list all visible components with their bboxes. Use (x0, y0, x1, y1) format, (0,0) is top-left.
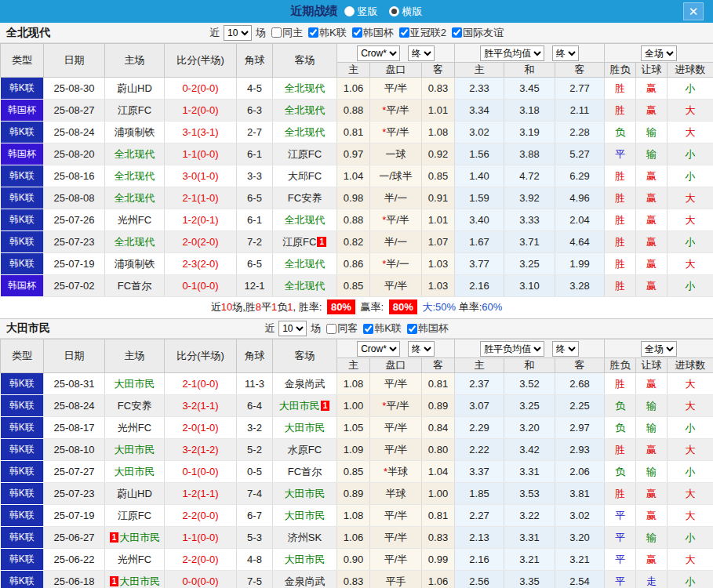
league-badge: 韩国杯 (1, 143, 44, 165)
summary-segment: 近 (211, 301, 221, 313)
league-badge: 韩K联 (1, 439, 44, 461)
summary-segment: 大: (420, 301, 435, 313)
early-odds-star: * (382, 400, 386, 412)
score: 2-1(1-0) (165, 187, 237, 209)
handicap: 平/半 (370, 275, 422, 297)
home-team: 浦项制铁 (105, 253, 165, 275)
odds-home: 0.98 (337, 187, 370, 209)
avg-away: 5.27 (555, 143, 605, 165)
same-venue-checkbox[interactable] (326, 324, 336, 334)
avg-draw: 3.25 (504, 253, 555, 275)
avg-away-header: 客 (555, 358, 605, 373)
avg-home: 2.37 (455, 373, 504, 395)
avg-home: 1.85 (455, 483, 504, 505)
avg-stage-select[interactable]: 终 (552, 45, 579, 61)
early-odds-star: * (382, 104, 386, 116)
avg-away: 2.11 (555, 100, 605, 122)
same-venue-checkbox[interactable] (271, 27, 282, 38)
avg-home: 3.34 (455, 100, 504, 122)
handicap: 半球 (370, 483, 422, 505)
league-checkbox[interactable] (352, 27, 362, 38)
odds-away: 0.89 (422, 395, 455, 417)
scope-select[interactable]: 全场 (641, 45, 677, 61)
team-name-text: 大田市民 (115, 466, 155, 477)
league-checkbox[interactable] (452, 27, 462, 38)
odds-home: 0.88 (337, 209, 370, 231)
result-wdl: 胜 (605, 483, 636, 505)
radio-selected-icon[interactable] (389, 6, 399, 16)
result-goals: 大 (668, 505, 713, 527)
match-count-select[interactable]: 10 (278, 321, 307, 336)
wdl-header: 胜负 (605, 358, 636, 373)
avg-draw: 3.42 (504, 439, 555, 461)
radio-vertical[interactable]: 竖版 (344, 5, 378, 19)
filter-controls: 近10场同主韩K联韩国杯亚冠联2国际友谊 (209, 25, 504, 41)
result-handicap: 赢 (636, 78, 668, 100)
league-badge: 韩K联 (1, 165, 44, 187)
match-date: 25-08-20 (44, 143, 105, 165)
avg-away: 3.02 (555, 505, 605, 527)
avg-type-select[interactable]: 胜平负均值 (480, 341, 544, 357)
avg-type-select[interactable]: 胜平负均值 (480, 45, 544, 61)
odds-away: 0.81 (422, 373, 455, 395)
score: 2-2(0-0) (165, 549, 237, 571)
avg-away: 4.64 (555, 231, 605, 253)
scope-select[interactable]: 全场 (641, 341, 677, 357)
result-goals: 大 (668, 100, 713, 122)
home-team: 光州FC (105, 549, 165, 571)
odds-stage-select[interactable]: 终 (408, 45, 435, 61)
handicap: *平/半 (370, 122, 422, 143)
avg-home: 2.13 (455, 527, 504, 549)
bookmaker-select[interactable]: Crow* (357, 45, 400, 61)
early-odds-star: * (384, 466, 387, 477)
match-row: 韩K联25-07-26光州FC1-2(0-1)6-1全北现代0.88*平/半1.… (1, 209, 713, 231)
team-name-text: 大田市民 (115, 444, 155, 456)
match-row: 韩K联25-07-23蔚山HD1-2(1-1)7-4大田市民0.89半球1.00… (1, 483, 713, 505)
result-wdl: 胜 (605, 253, 636, 275)
team-name-text: 全北现代 (285, 82, 326, 94)
avg-home: 3.77 (455, 253, 504, 275)
radio-vertical-label: 竖版 (358, 5, 378, 19)
team-name-text: 全北现代 (285, 126, 326, 138)
odds-home: 0.86 (337, 253, 370, 275)
avg-away-header: 客 (555, 63, 605, 78)
wdl-header: 胜负 (605, 63, 636, 78)
league-filter: 韩K联 (304, 26, 347, 40)
league-label: 国际友谊 (463, 26, 504, 40)
match-row: 韩K联25-08-10大田市民3-2(1-2)5-2水原FC1.09平/半0.8… (1, 439, 713, 461)
team-name-text: 江原FC (288, 148, 322, 160)
avg-stage-select[interactable]: 终 (552, 341, 579, 357)
result-goals: 大 (668, 187, 713, 209)
league-checkbox[interactable] (407, 324, 417, 334)
team-title: 全北现代 (6, 26, 50, 40)
close-icon[interactable]: ✕ (683, 2, 704, 20)
match-count-select[interactable]: 10 (224, 25, 252, 41)
odds-away: 0.92 (422, 143, 455, 165)
match-row: 韩K联25-08-08全北现代2-1(1-0)6-5FC安养0.98半/一0.9… (1, 187, 713, 209)
games-label: 场 (256, 26, 266, 40)
league-checkbox[interactable] (363, 324, 373, 334)
radio-horizontal[interactable]: 横版 (389, 5, 423, 19)
avg-home: 3.07 (455, 395, 504, 417)
result-handicap: 赢 (636, 209, 668, 231)
league-filter: 韩K联 (359, 321, 402, 336)
handicap-header: 盘口 (370, 358, 422, 373)
result-wdl: 胜 (605, 439, 636, 461)
avg-group-header: 胜平负均值 终 (455, 339, 605, 358)
odds-home: 0.81 (337, 122, 370, 143)
avg-away: 1.99 (555, 253, 605, 275)
odds-stage-select[interactable]: 终 (408, 341, 435, 357)
odds-away: 0.84 (422, 417, 455, 439)
col-type-header: 类型 (1, 44, 44, 78)
radio-unselected-icon[interactable] (344, 6, 355, 16)
bookmaker-select[interactable]: Crow* (357, 341, 400, 357)
league-checkbox[interactable] (399, 27, 409, 38)
avg-draw: 3.35 (504, 571, 555, 588)
handicap: *平/半 (370, 395, 422, 417)
avg-draw: 3.33 (504, 209, 555, 231)
avg-home: 2.22 (455, 439, 504, 461)
result-group-header: 全场 (605, 339, 713, 358)
result-handicap: 赢 (636, 373, 668, 395)
corners: 11-3 (237, 373, 273, 395)
league-checkbox[interactable] (308, 27, 318, 38)
